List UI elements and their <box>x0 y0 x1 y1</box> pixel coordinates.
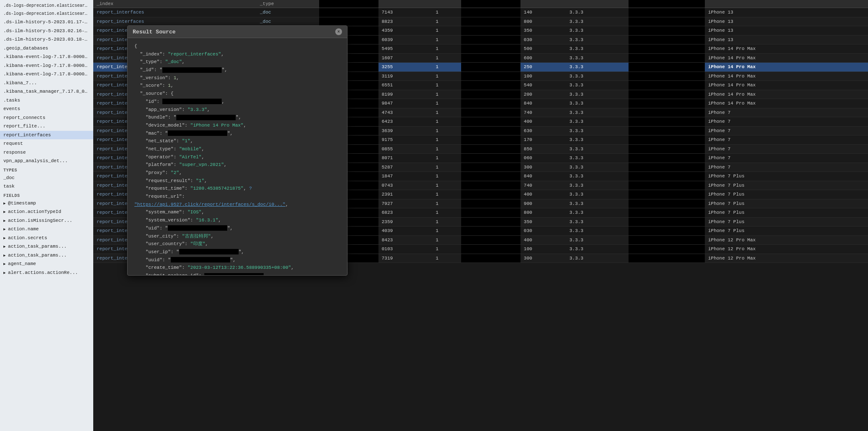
col-header-type: _type <box>256 0 319 8</box>
sidebar-index-7[interactable]: .kibana-event-log-7.17.8-000001 <box>0 52 93 61</box>
col-header-num1 <box>378 0 432 8</box>
sidebar-index-9[interactable]: .kibana-event-log-7.17.8-000003 <box>0 70 93 79</box>
sidebar-index-13[interactable]: events <box>0 105 93 113</box>
result-source-modal: Result Source × { "_index": "report_inte… <box>127 25 348 276</box>
col-header-device <box>705 0 868 8</box>
types-section-label: Types <box>0 166 93 174</box>
sidebar-field-action-task-2[interactable]: action_task_params... <box>0 251 93 260</box>
sidebar-index-6[interactable]: .geoip_databases <box>0 44 93 53</box>
sidebar-index-1[interactable]: .ds-logs-deprecation.elasticsearch-defau… <box>0 2 93 10</box>
sidebar-index-12[interactable]: .tasks <box>0 96 93 105</box>
json-content: { "_index": "report_interfaces", "_type"… <box>134 42 340 275</box>
table-row[interactable]: report_interfaces_doc882318003.3.3iPhone… <box>93 17 868 26</box>
col-header-num2 <box>520 0 566 8</box>
col-header-black3 <box>629 0 705 8</box>
col-header-black1 <box>319 0 378 8</box>
sidebar-field-action-task-1[interactable]: action_task_params... <box>0 242 93 251</box>
modal-header: Result Source × <box>128 26 347 38</box>
sidebar-index-5[interactable]: .ds-ilm-history-5-2023.03.18-000003 <box>0 35 93 44</box>
sidebar-index-16[interactable]: report_interfaces <box>0 131 93 140</box>
modal-title: Result Source <box>133 29 175 35</box>
table-row[interactable]: report_interfaces_doc714311403.3.3iPhone… <box>93 8 868 17</box>
modal-close-button[interactable]: × <box>335 28 342 35</box>
sidebar-field-alert-actions[interactable]: alert.actions.actionRe... <box>0 268 93 277</box>
sidebar-field-timestamp[interactable]: @timestamp <box>0 199 93 208</box>
modal-body: { "_index": "report_interfaces", "_type"… <box>128 38 347 275</box>
sidebar-type-task[interactable]: task <box>0 182 93 191</box>
col-header-index: _index <box>93 0 256 8</box>
sidebar-index-14[interactable]: report_connects <box>0 113 93 122</box>
main-area: _index _type report_interfaces_doc714311… <box>93 0 868 431</box>
sidebar-field-agent-name[interactable]: agent_name <box>0 260 93 268</box>
sidebar-index-11[interactable]: .kibana_task_manager_7.17.8_001 <box>0 87 93 96</box>
sidebar: .ds-logs-deprecation.elasticsearch-defau… <box>0 0 93 431</box>
sidebar-index-15[interactable]: report_filte... <box>0 122 93 131</box>
col-header-num1b <box>432 0 461 8</box>
fields-section-label: Fields <box>0 191 93 199</box>
sidebar-index-18[interactable]: response <box>0 148 93 157</box>
sidebar-index-17[interactable]: request <box>0 139 93 148</box>
sidebar-index-2[interactable]: .ds-logs-deprecation.elasticsearch-defau… <box>0 10 93 18</box>
sidebar-field-action-missing[interactable]: action.isMissingSecr... <box>0 216 93 225</box>
col-header-black2 <box>461 0 520 8</box>
sidebar-type-doc[interactable]: _doc <box>0 174 93 182</box>
sidebar-index-8[interactable]: .kibana-event-log-7.17.8-000002 <box>0 61 93 70</box>
sidebar-field-action-secrets[interactable]: action.secrets <box>0 234 93 243</box>
sidebar-field-action-name[interactable]: action.name <box>0 225 93 234</box>
col-header-num3 <box>566 0 628 8</box>
sidebar-index-10[interactable]: .kibana_7... <box>0 79 93 88</box>
sidebar-index-3[interactable]: .ds-ilm-history-5-2023.01.17-000001 <box>0 18 93 27</box>
sidebar-index-4[interactable]: .ds-ilm-history-5-2023.02.16-000002 <box>0 27 93 36</box>
sidebar-index-19[interactable]: vpn_app_analysis_det... <box>0 157 93 166</box>
sidebar-field-action-type[interactable]: action.actionTypeId <box>0 207 93 216</box>
